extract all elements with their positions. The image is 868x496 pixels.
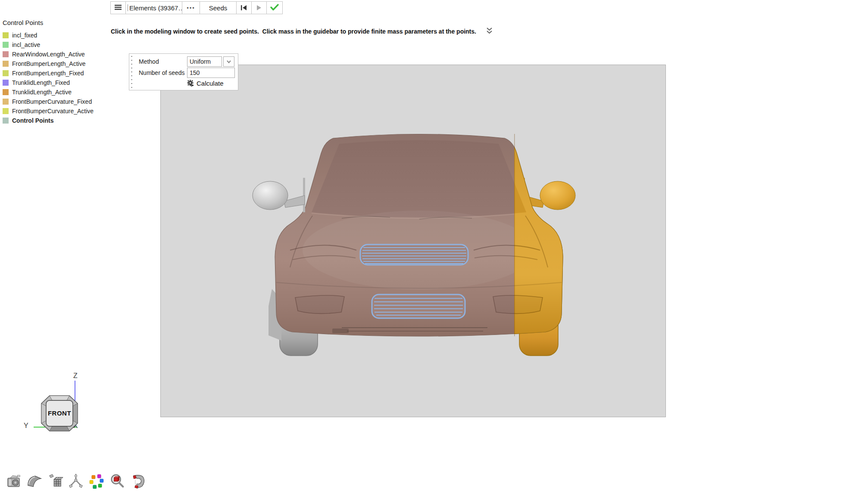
legend-color-chip	[3, 80, 9, 86]
seeds-count-input[interactable]	[187, 68, 235, 78]
dialog-drag-handle[interactable]	[131, 56, 132, 88]
confirm-button[interactable]	[266, 1, 283, 14]
legend-title: Control Points	[3, 19, 94, 26]
lower-grille	[372, 294, 465, 318]
legend-item[interactable]: FrontBumperCurvature_Active	[3, 106, 94, 116]
upper-grille	[360, 245, 468, 265]
method-dropdown[interactable]: Uniform	[187, 56, 222, 67]
legend-item[interactable]: FrontBumperLength_Fixed	[3, 68, 94, 78]
legend-item-label: FrontBumperCurvature_Active	[12, 108, 94, 115]
control-points-legend: Control Points incl_fixed incl_active Re…	[3, 19, 94, 125]
zoom-entity-icon[interactable]	[109, 473, 126, 490]
legend-item-label: TrunklidLength_Active	[12, 89, 72, 96]
seeds-button-label: Seeds	[209, 4, 228, 12]
axis-z-label: Z	[73, 372, 78, 380]
method-row: Method Uniform	[139, 56, 234, 67]
legend-item[interactable]: incl_active	[3, 40, 94, 50]
legend-item[interactable]: TrunklidLength_Active	[3, 87, 94, 97]
legend-item-label: incl_active	[12, 41, 40, 48]
legend-color-chip	[3, 61, 9, 67]
instruction-text: Click in the modeling window to create s…	[111, 28, 476, 35]
method-label: Method	[139, 58, 187, 65]
elements-button-label: Elements (39367…	[129, 4, 184, 12]
legend-item-label: FrontBumperLength_Fixed	[12, 70, 84, 77]
seeds-dialog: Method Uniform Number of seeds Calculate	[129, 53, 238, 90]
legend-item[interactable]: incl_fixed	[3, 31, 94, 40]
expand-more-icon[interactable]	[480, 21, 492, 42]
legend-color-chip	[3, 89, 9, 95]
legend-item-label: Control Points	[12, 117, 53, 124]
legend-item-label: RearWindowLength_Active	[12, 51, 85, 58]
menu-button[interactable]	[110, 1, 126, 14]
left-mirror	[253, 178, 305, 212]
seeds-count-row: Number of seeds	[139, 68, 235, 78]
car-front-view-model	[161, 65, 666, 418]
legend-item-label: FrontBumperLength_Active	[12, 60, 85, 67]
surface-shell-icon[interactable]	[26, 473, 43, 490]
legend-item-label: FrontBumperCurvature_Fixed	[12, 98, 92, 105]
seeds-count-label: Number of seeds	[139, 69, 187, 76]
modeling-viewport[interactable]	[160, 65, 666, 417]
guidebar-instruction: Click in the modeling window to create s…	[111, 21, 492, 42]
view-tools-bar	[5, 473, 150, 490]
axis-y-label: Y	[24, 422, 28, 430]
check-icon	[270, 4, 279, 12]
legend-item-label: TrunklidLength_Fixed	[12, 79, 70, 86]
legend-item[interactable]: FrontBumperCurvature_Fixed	[3, 97, 94, 106]
orientation-cube[interactable]: FRONT	[41, 395, 78, 433]
mesh-cube-icon[interactable]	[47, 473, 64, 490]
skip-back-icon	[241, 4, 247, 12]
tripod-axes-icon[interactable]	[67, 473, 84, 490]
seeds-button[interactable]: Seeds	[200, 1, 237, 14]
hamburger-icon	[115, 4, 122, 12]
legend-color-chip	[3, 108, 9, 114]
viewcube-face-label: FRONT	[48, 409, 71, 417]
play-icon	[256, 4, 262, 12]
play-forward-button[interactable]	[251, 1, 267, 14]
more-options-button[interactable]: •••	[182, 1, 200, 14]
gear-run-icon	[187, 80, 194, 87]
legend-item[interactable]: FrontBumperLength_Active	[3, 59, 94, 68]
ellipsis-icon: •••	[187, 5, 195, 11]
legend-color-chip	[3, 118, 9, 124]
elements-button[interactable]: Elements (39367…	[125, 1, 182, 14]
method-dropdown-arrow[interactable]	[223, 56, 234, 67]
legend-color-chip	[3, 99, 9, 105]
legend-item[interactable]: Control Points	[3, 116, 94, 125]
legend-item[interactable]: RearWindowLength_Active	[3, 50, 94, 59]
text-caret	[128, 4, 128, 11]
calculate-button-label: Calculate	[197, 80, 224, 87]
legend-color-chip	[3, 70, 9, 76]
legend-item-label: incl_fixed	[12, 32, 37, 39]
legend-color-chip	[3, 42, 9, 48]
legend-list: incl_fixed incl_active RearWindowLength_…	[3, 31, 94, 125]
legend-item[interactable]: TrunklidLength_Fixed	[3, 78, 94, 87]
legend-color-chip	[3, 51, 9, 57]
calculate-button[interactable]: Calculate	[187, 78, 224, 88]
legend-color-chip	[3, 32, 9, 38]
wheel-part-icon[interactable]	[129, 473, 147, 490]
guidebar: Elements (39367… ••• Seeds	[110, 1, 283, 14]
skip-to-start-button[interactable]	[236, 1, 252, 14]
camera-icon[interactable]	[5, 473, 22, 490]
color-modes-icon[interactable]	[88, 473, 105, 490]
